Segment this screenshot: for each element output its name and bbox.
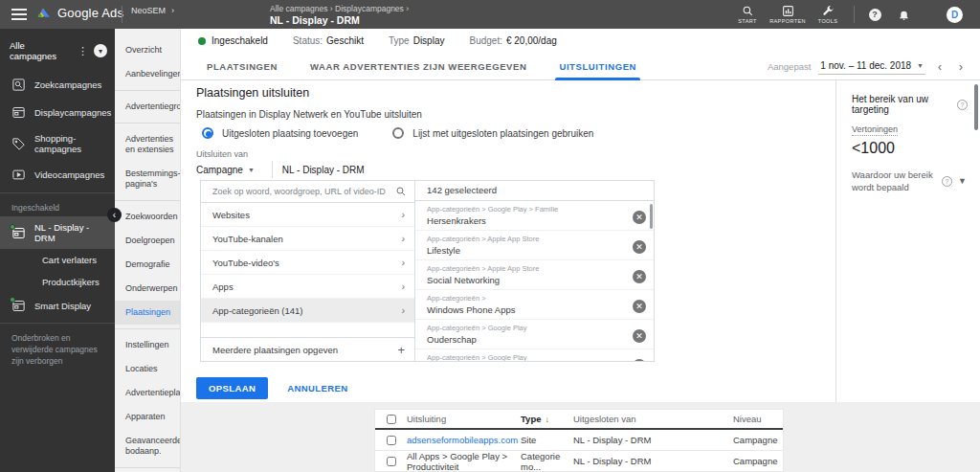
row-checkbox[interactable] [387, 436, 396, 445]
exclude-from-campaign-name: NL - Display - DRM [282, 165, 365, 175]
account-switcher[interactable]: NeoSEM › [131, 6, 174, 15]
avatar[interactable]: D [947, 7, 963, 23]
radio-add-excluded-placement[interactable]: Uitgesloten plaatsing toevoegen [202, 127, 358, 139]
search-icon [742, 5, 754, 17]
column-header-uitgesloten-van[interactable]: Uitgesloten van [573, 414, 733, 424]
remove-icon[interactable]: ✕ [633, 211, 646, 224]
nav-item-advertenties-en-extensies[interactable]: Advertenties en extensies [115, 127, 180, 162]
exclusion-link[interactable]: adsenseformobileapps.com [407, 435, 521, 445]
enabled-dot-icon [198, 37, 206, 45]
nav-item-locaties[interactable]: Locaties [115, 357, 180, 381]
tab-uitsluitingen[interactable]: UITSLUITINGEN [559, 53, 636, 80]
exclusion-level: Campagne [733, 435, 783, 445]
more-options-icon[interactable]: ⋮ [72, 45, 94, 57]
remove-icon[interactable]: ✕ [633, 240, 646, 254]
select-all-checkbox[interactable] [387, 415, 396, 424]
nav-item-zoekwoorden[interactable]: Zoekwoorden [115, 205, 180, 229]
nav-item-onderwerpen[interactable]: Onderwerpen [115, 277, 180, 301]
row-checkbox[interactable] [387, 457, 396, 466]
google-ads-logo[interactable]: Google Ads [36, 5, 123, 20]
next-period-button[interactable]: › [954, 60, 968, 74]
campaign-item-cart-verlaters[interactable]: Cart verlaters [0, 249, 115, 271]
sidebar-item-displaycampagnes[interactable]: Displaycampagnes [0, 99, 115, 126]
remove-icon[interactable]: ✕ [633, 329, 646, 343]
breadcrumb[interactable]: Alle campagnes › Displaycampagnes › NL -… [270, 3, 409, 26]
chevron-right-icon: › [401, 233, 405, 244]
category-websites[interactable]: Websites› [201, 203, 414, 227]
topbar: Google Ads NeoSEM › Alle campagnes › Dis… [0, 0, 980, 29]
search-button[interactable]: START [727, 5, 768, 24]
placement-categories-pane: Websites› YouTube-kanalen› YouTube-video… [201, 181, 415, 361]
nav-item-apparaten[interactable]: Apparaten [115, 405, 180, 429]
save-button[interactable]: OPSLAAN [196, 377, 268, 399]
selected-placement-row: App-categorieën > Windows Phone Apps ✕ [415, 290, 654, 320]
video-campaign-icon [11, 168, 26, 182]
enabled-status-dot [10, 224, 15, 230]
column-header-niveau[interactable]: Niveau [733, 414, 783, 424]
scrollbar-thumb[interactable] [974, 84, 978, 130]
placement-search-input[interactable] [212, 187, 390, 196]
exclusion-name[interactable]: All Apps > Google Play > Productiviteit [407, 451, 521, 472]
campaign-item-productkijkers[interactable]: Productkijkers [0, 271, 115, 293]
reports-button[interactable]: RAPPORTEN [768, 5, 808, 24]
sidebar-item-videocampagnes[interactable]: Videocampagnes [0, 161, 115, 189]
radio-use-exclusion-list[interactable]: Lijst met uitgesloten plaatsingen gebrui… [392, 127, 593, 139]
selected-placements-list: App-categorieën > Google Play > Familie … [415, 201, 654, 361]
menu-icon[interactable] [11, 9, 27, 20]
exclude-from-row: Campagne ▼ NL - Display - DRM [196, 161, 365, 178]
add-multiple-placements-button[interactable]: Meerdere plaatsingen opgeven+ [201, 337, 414, 361]
nav-item-instellingen[interactable]: Instellingen [115, 333, 180, 357]
notifications-button[interactable] [889, 9, 918, 21]
nav-item-aanbevelingen[interactable]: Aanbevelingen [115, 62, 180, 86]
campaign-item-nl-display-drm[interactable]: NL - Display - DRM [0, 216, 115, 249]
scrollbar-thumb[interactable] [650, 204, 653, 229]
hidden-campaigns-note: Onderbroken en verwijderde campagnes zij… [0, 323, 115, 375]
help-icon[interactable]: ? [957, 100, 968, 110]
nav-item-bestemmingspaginas[interactable]: Bestemmings-pagina's [115, 162, 180, 196]
breadcrumb-current: NL - Display - DRM [270, 14, 409, 26]
nav-item-advertentiegroepen[interactable]: Advertentiegroepen [115, 95, 180, 119]
main-content: Ingeschakeld Status: Geschikt Type Displ… [180, 29, 980, 472]
column-header-type[interactable]: Type↓ [521, 414, 573, 424]
category-youtube-videos[interactable]: YouTube-video's› [201, 251, 414, 275]
remove-icon[interactable]: ✕ [633, 300, 646, 313]
tab-plaatsingen[interactable]: PLAATSINGEN [207, 53, 278, 80]
collapse-sidebar-button[interactable]: ‹ [107, 208, 122, 222]
remove-icon[interactable]: ✕ [633, 359, 646, 361]
category-apps[interactable]: Apps› [201, 275, 414, 299]
chevron-down-icon: ▼ [248, 167, 255, 173]
nav-item-overzicht[interactable]: Overzicht [115, 38, 180, 62]
nav-item-demografie[interactable]: Demografie [115, 253, 180, 277]
campaign-item-smart-display[interactable]: Smart Display [0, 293, 115, 319]
sidebar-item-zoekcampagnes[interactable]: Zoekcampagnes [0, 71, 115, 99]
tab-waar-advertenties-zijn-weergegeven[interactable]: WAAR ADVERTENTIES ZIJN WEERGEGEVEN [310, 53, 526, 80]
campaign-status-enabled[interactable]: Ingeschakeld [198, 35, 268, 46]
category-app-categorieen[interactable]: App-categorieën (141)› [201, 299, 414, 323]
help-icon: ? [942, 176, 952, 187]
exclusion-level: Campagne [733, 456, 783, 466]
sidebar-item-shopping-campagnes[interactable]: Shopping-campagnes [0, 126, 115, 161]
reach-expander[interactable]: Waardoor uw bereik wordt bepaald ? ▼ [852, 169, 968, 193]
placement-path: App-categorieën > Apple App Store [427, 235, 539, 244]
category-youtube-kanalen[interactable]: YouTube-kanalen› [201, 227, 414, 251]
placement-name: Windows Phone Apps [427, 303, 515, 316]
remove-icon[interactable]: ✕ [633, 270, 646, 283]
cancel-button[interactable]: ANNULEREN [287, 383, 347, 393]
nav-item-advertentieplanning[interactable]: Advertentieplanning [115, 381, 180, 405]
exclude-from-dropdown[interactable]: Campagne ▼ [196, 165, 255, 175]
placement-path: App-categorieën > Apple App Store [427, 264, 539, 274]
impressions-label[interactable]: Vertoningen [852, 124, 898, 136]
campaign-budget[interactable]: Budget: € 20,00/dag [469, 35, 556, 46]
previous-period-button[interactable]: ‹ [933, 60, 947, 74]
placement-path: App-categorieën > Google Play > Familie [427, 205, 558, 214]
help-button[interactable]: ? [860, 9, 889, 21]
nav-item-plaatsingen[interactable]: Plaatsingen [115, 301, 180, 325]
nav-item-geavanceerde-bodaanp[interactable]: Geavanceerde bodaanp. [115, 429, 180, 463]
chevron-right-icon: › [401, 281, 405, 292]
collapse-all-icon[interactable]: ▾ [94, 44, 107, 57]
nav-item-doelgroepen[interactable]: Doelgroepen [115, 229, 180, 253]
page-nav-sidebar: Overzicht Aanbevelingen Advertentiegroep… [115, 29, 180, 472]
column-header-uitsluiting[interactable]: Uitsluiting [407, 414, 521, 424]
date-range-value[interactable]: 1 nov. – 11 dec. 2018 ▼ [818, 58, 925, 75]
tools-button[interactable]: TOOLS [808, 5, 848, 24]
